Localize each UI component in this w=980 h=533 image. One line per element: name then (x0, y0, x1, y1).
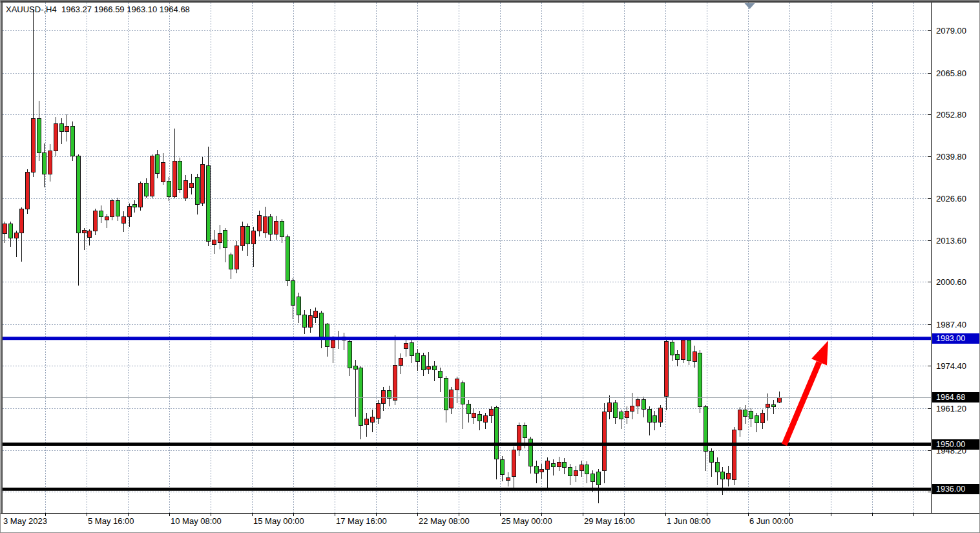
bear-candle-body (755, 416, 759, 423)
bull-candle-body (88, 231, 92, 238)
time-axis-label: 1 Jun 08:00 (667, 516, 711, 526)
bear-candle-body (77, 156, 81, 233)
price-axis-label: 2013.60 (936, 235, 966, 245)
bear-candle-body (297, 297, 301, 315)
time-axis-label: 10 May 08:00 (171, 516, 222, 526)
bull-candle-body (761, 413, 765, 423)
bull-candle-body (517, 426, 521, 450)
bear-candle-body (710, 452, 714, 463)
bull-candle-body (83, 231, 87, 233)
bear-candle-body (348, 342, 352, 368)
bear-candle-body (585, 465, 589, 474)
bear-candle-body (568, 468, 572, 476)
bull-candle-body (738, 410, 742, 430)
price-badge-1983.00: 1983.00 (932, 333, 980, 344)
bull-candle-body (65, 127, 69, 132)
bear-candle-body (648, 410, 652, 423)
bull-candle-body (399, 359, 403, 366)
price-axis-label: 2000.60 (936, 277, 966, 287)
open-value: 1963.27 (61, 5, 92, 14)
bull-candle-body (608, 403, 612, 412)
bull-candle-body (105, 217, 109, 220)
time-axis-label: 29 May 16:00 (584, 516, 635, 526)
bear-candle-body (71, 127, 75, 156)
bear-candle-body (422, 356, 426, 370)
bull-candle-body (94, 211, 98, 231)
bull-candle-body (26, 172, 30, 209)
bear-candle-body (433, 366, 437, 370)
bull-candle-body (258, 216, 262, 231)
bull-candle-body (636, 400, 640, 406)
price-axis-label: 2039.80 (936, 151, 966, 161)
bear-candle-body (178, 162, 182, 190)
bull-candle-body (574, 471, 578, 476)
bull-candle-body (682, 340, 685, 360)
bear-candle-body (388, 391, 391, 399)
price-axis-label: 2026.60 (936, 194, 966, 204)
bull-candle-body (540, 470, 544, 472)
bear-candle-body (523, 426, 527, 438)
bull-candle-body (3, 224, 7, 234)
bull-candle-body (631, 406, 634, 412)
price-axis-label: 1987.40 (936, 319, 966, 329)
one-click-collapse-icon[interactable] (745, 3, 755, 9)
price-axis-label: 2079.00 (936, 26, 966, 36)
bull-candle-body (331, 340, 335, 348)
price-axis-label: 1974.40 (936, 361, 966, 371)
bear-candle-body (749, 412, 753, 419)
bull-candle-body (201, 165, 205, 204)
bull-candle-body (450, 390, 454, 408)
bear-candle-body (224, 231, 227, 248)
chart-canvas[interactable] (1, 1, 980, 533)
bull-candle-body (733, 430, 736, 480)
bear-candle-body (303, 315, 307, 328)
price-axis-label: 2065.80 (936, 68, 966, 78)
bear-candle-body (207, 166, 211, 242)
time-axis-label: 6 Jun 00:00 (749, 516, 793, 526)
bull-candle-body (512, 450, 516, 477)
ohlc-header: XAUUSD-,H4 1963.27 1966.59 1963.10 1964.… (6, 5, 190, 14)
bull-candle-body (693, 352, 697, 362)
bear-candle-body (416, 353, 420, 362)
bear-candle-body (467, 404, 471, 414)
bull-candle-body (404, 344, 408, 349)
bull-candle-body (778, 398, 782, 402)
bear-candle-body (495, 408, 499, 459)
bull-candle-body (377, 404, 381, 419)
bull-candle-body (184, 181, 188, 198)
bull-candle-body (665, 342, 669, 397)
bear-candle-body (698, 353, 702, 407)
chart-window: XAUUSD-,H4 1963.27 1966.59 1963.10 1964.… (0, 0, 980, 533)
bull-candle-body (659, 408, 663, 423)
bear-candle-body (286, 237, 290, 281)
time-axis-label: 5 May 16:00 (88, 516, 134, 526)
bull-candle-body (365, 419, 369, 425)
bear-candle-body (43, 153, 47, 174)
bull-candle-body (173, 162, 177, 197)
price-axis-label: 2052.80 (936, 110, 966, 120)
symbol-period-label: XAUUSD-,H4 (6, 5, 57, 14)
bull-candle-body (546, 461, 550, 470)
bull-candle-body (506, 478, 510, 481)
bear-candle-body (145, 183, 149, 196)
bull-candle-body (382, 391, 386, 404)
bear-candle-body (9, 224, 13, 238)
bear-candle-body (687, 340, 691, 361)
bull-candle-body (472, 413, 476, 418)
bear-candle-body (563, 463, 567, 468)
bear-candle-body (721, 472, 725, 479)
bear-candle-body (156, 155, 160, 174)
bull-candle-body (371, 417, 375, 423)
trend-arrow[interactable] (784, 340, 828, 444)
bear-candle-body (597, 472, 601, 485)
bear-candle-body (291, 281, 295, 306)
price-badge-1964.68: 1964.68 (932, 392, 980, 402)
bear-candle-body (229, 255, 233, 269)
bear-candle-body (716, 463, 720, 472)
bull-candle-body (213, 240, 216, 245)
bull-candle-body (48, 151, 52, 174)
bull-candle-body (190, 183, 194, 188)
bull-candle-body (20, 209, 24, 233)
bull-candle-body (427, 367, 431, 370)
bear-candle-body (37, 119, 41, 153)
